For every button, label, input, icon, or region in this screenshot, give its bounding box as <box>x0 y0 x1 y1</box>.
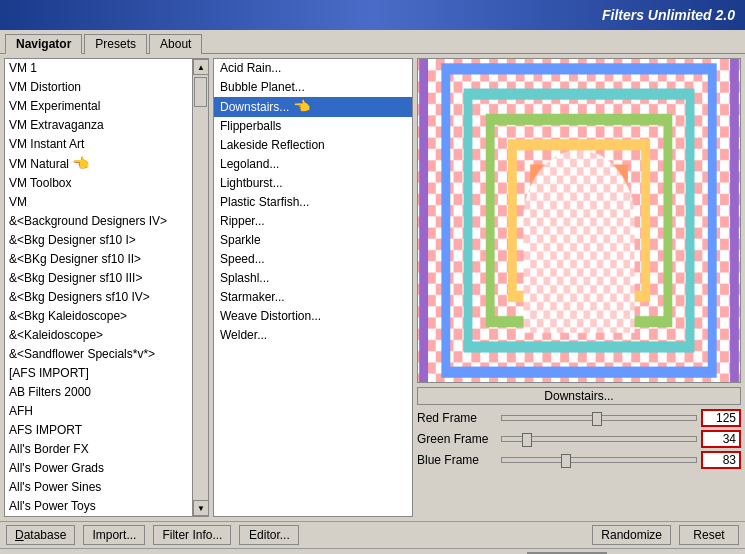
slider-row: Green Frame 34 <box>417 430 741 448</box>
middle-list: Acid Rain...Bubble Planet...Downstairs..… <box>214 59 412 516</box>
slider-label: Blue Frame <box>417 453 497 467</box>
sliders-section: Red Frame 125 Green Frame 34 Blue Frame … <box>417 409 741 469</box>
left-list-item[interactable]: VM Instant Art <box>5 135 192 154</box>
left-panel: VM 1VM DistortionVM ExperimentalVM Extra… <box>4 58 209 517</box>
app-title: Filters Unlimited 2.0 <box>602 7 735 23</box>
editor-btn[interactable]: Editor... <box>239 525 299 545</box>
left-list-item[interactable]: VM Distortion <box>5 78 192 97</box>
left-list-item[interactable]: AFH <box>5 402 192 421</box>
scroll-thumb[interactable] <box>194 77 207 107</box>
left-list-item[interactable]: VM Natural 👈 <box>5 154 192 174</box>
database-btn[interactable]: Database <box>6 525 75 545</box>
left-list-item[interactable]: [AFS IMPORT] <box>5 364 192 383</box>
left-list-item[interactable]: &<BKg Designer sf10 II> <box>5 250 192 269</box>
middle-list-item[interactable]: Sparkle <box>214 231 412 250</box>
slider-thumb[interactable] <box>561 454 571 468</box>
scroll-track <box>193 75 208 500</box>
left-list-item[interactable]: &<Kaleidoscope> <box>5 326 192 345</box>
middle-list-item[interactable]: Lightburst... <box>214 174 412 193</box>
slider-row: Blue Frame 83 <box>417 451 741 469</box>
tab-about[interactable]: About <box>149 34 202 54</box>
middle-list-item[interactable]: Flipperballs <box>214 117 412 136</box>
left-list-item[interactable]: VM Extravaganza <box>5 116 192 135</box>
left-list-item[interactable]: AFS IMPORT <box>5 421 192 440</box>
slider-track[interactable] <box>501 415 697 421</box>
left-scrollbar: ▲ ▼ <box>192 59 208 516</box>
left-list-item[interactable]: All's Power Grads <box>5 459 192 478</box>
slider-thumb[interactable] <box>522 433 532 447</box>
scroll-up-btn[interactable]: ▲ <box>193 59 209 75</box>
middle-list-item[interactable]: Downstairs... 👈 <box>214 97 412 117</box>
middle-list-item[interactable]: Acid Rain... <box>214 59 412 78</box>
preview-title: Downstairs... <box>417 387 741 405</box>
middle-list-item[interactable]: Ripper... <box>214 212 412 231</box>
middle-list-item[interactable]: Plastic Starfish... <box>214 193 412 212</box>
tab-presets[interactable]: Presets <box>84 34 147 54</box>
main-container: Navigator Presets About VM 1VM Distortio… <box>0 30 745 554</box>
bottom-toolbar: Database Import... Filter Info... Editor… <box>0 521 745 548</box>
reset-btn[interactable]: Reset <box>679 525 739 545</box>
left-list-item[interactable]: VM 1 <box>5 59 192 78</box>
preview-canvas <box>418 59 740 382</box>
left-list-item[interactable]: All's Power Sines <box>5 478 192 497</box>
left-list-item[interactable]: &<Bkg Designer sf10 I> <box>5 231 192 250</box>
left-list-item[interactable]: All's Power Toys <box>5 497 192 516</box>
scroll-down-btn[interactable]: ▼ <box>193 500 209 516</box>
middle-list-item[interactable]: Welder... <box>214 326 412 345</box>
right-panel: Downstairs... Red Frame 125 Green Frame … <box>417 58 741 517</box>
middle-list-item[interactable]: Bubble Planet... <box>214 78 412 97</box>
slider-thumb[interactable] <box>592 412 602 426</box>
left-list-item[interactable]: VM Experimental <box>5 97 192 116</box>
tab-navigator[interactable]: Navigator <box>5 34 82 54</box>
middle-list-item[interactable]: Splashl... <box>214 269 412 288</box>
filter-info-btn[interactable]: Filter Info... <box>153 525 231 545</box>
content-area: VM 1VM DistortionVM ExperimentalVM Extra… <box>0 54 745 521</box>
slider-label: Red Frame <box>417 411 497 425</box>
middle-list-item[interactable]: Speed... <box>214 250 412 269</box>
slider-value: 83 <box>701 451 741 469</box>
slider-track[interactable] <box>501 457 697 463</box>
left-list-item[interactable]: &<Background Designers IV> <box>5 212 192 231</box>
middle-list-item[interactable]: Lakeside Reflection <box>214 136 412 155</box>
left-list: VM 1VM DistortionVM ExperimentalVM Extra… <box>5 59 192 516</box>
left-list-item[interactable]: VM Toolbox <box>5 174 192 193</box>
randomize-btn[interactable]: Randomize <box>592 525 671 545</box>
slider-value: 34 <box>701 430 741 448</box>
left-list-item[interactable]: &<Bkg Designers sf10 IV> <box>5 288 192 307</box>
left-list-item[interactable]: All's Border FX <box>5 440 192 459</box>
left-list-item[interactable]: &<Bkg Designer sf10 III> <box>5 269 192 288</box>
middle-list-item[interactable]: Starmaker... <box>214 288 412 307</box>
left-list-item[interactable]: AB Filters 2000 <box>5 383 192 402</box>
middle-list-item[interactable]: Legoland... <box>214 155 412 174</box>
import-btn[interactable]: Import... <box>83 525 145 545</box>
extra-row-1 <box>417 473 741 493</box>
slider-value: 125 <box>701 409 741 427</box>
middle-list-item[interactable]: Weave Distortion... <box>214 307 412 326</box>
preview-area <box>417 58 741 383</box>
extra-row-2 <box>417 497 741 517</box>
tab-bar: Navigator Presets About <box>0 30 745 54</box>
slider-label: Green Frame <box>417 432 497 446</box>
title-bar: Filters Unlimited 2.0 <box>0 0 745 30</box>
left-list-item[interactable]: &<Sandflower Specials*v*> <box>5 345 192 364</box>
slider-row: Red Frame 125 <box>417 409 741 427</box>
slider-track[interactable] <box>501 436 697 442</box>
left-list-item[interactable]: &<Bkg Kaleidoscope> <box>5 307 192 326</box>
middle-panel: Acid Rain...Bubble Planet...Downstairs..… <box>213 58 413 517</box>
left-list-item[interactable]: VM <box>5 193 192 212</box>
